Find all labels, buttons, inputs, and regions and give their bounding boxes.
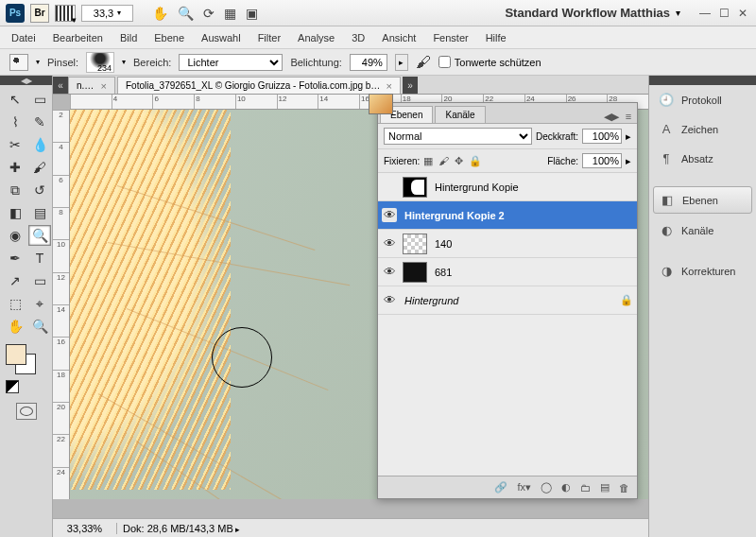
foreground-swatch[interactable] bbox=[6, 344, 26, 365]
color-swatches[interactable] bbox=[0, 340, 52, 397]
tonwerte-checkbox[interactable] bbox=[438, 56, 451, 68]
minibridge-icon[interactable] bbox=[55, 5, 76, 22]
panel-collapse-icon[interactable]: ◀▶ bbox=[603, 111, 620, 123]
eyedropper-tool[interactable]: 💧 bbox=[28, 134, 51, 155]
zoom-tool-icon[interactable]: 🔍 bbox=[178, 6, 194, 21]
bereich-select[interactable]: Lichter bbox=[179, 54, 283, 71]
menu-hilfe[interactable]: Hilfe bbox=[486, 32, 507, 43]
type-tool[interactable]: T bbox=[28, 248, 51, 268]
lasso-tool[interactable]: ⌇ bbox=[4, 112, 26, 132]
tab-kanale[interactable]: Kanäle bbox=[435, 106, 485, 123]
panel-protokoll[interactable]: 🕘Protokoll bbox=[649, 85, 756, 114]
panel-menu-icon[interactable]: ≡ bbox=[620, 111, 637, 123]
menu-filter[interactable]: Filter bbox=[258, 32, 281, 43]
close-button[interactable]: ✕ bbox=[735, 7, 750, 20]
layer-name[interactable]: Hintergrund Kopie bbox=[433, 182, 633, 193]
chevron-right-icon[interactable]: ▸ bbox=[626, 130, 631, 143]
airbrush-icon[interactable]: 🖌 bbox=[416, 54, 431, 71]
layer-thumb[interactable] bbox=[403, 262, 427, 283]
healing-tool[interactable]: ✚ bbox=[4, 157, 26, 178]
eraser-tool[interactable]: ◧ bbox=[4, 202, 26, 223]
tool-preset-chevron-icon[interactable]: ▾ bbox=[36, 58, 40, 66]
visibility-icon[interactable]: 👁 bbox=[382, 208, 397, 222]
opacity-input[interactable]: 100% bbox=[582, 129, 622, 144]
arrange-docs-icon[interactable]: ▦ bbox=[224, 6, 236, 21]
belichtung-input[interactable] bbox=[350, 54, 387, 71]
chevron-down-icon[interactable]: ▾ bbox=[676, 8, 680, 18]
dock-collapse-handle[interactable] bbox=[649, 76, 756, 85]
bridge-icon[interactable]: Br bbox=[30, 4, 49, 23]
brush-chevron-icon[interactable]: ▾ bbox=[122, 58, 126, 66]
close-tab-icon[interactable]: × bbox=[101, 80, 107, 92]
lock-pixels-icon[interactable]: 🖌 bbox=[438, 155, 449, 167]
blur-tool[interactable]: ◉ bbox=[4, 225, 26, 246]
menu-auswahl[interactable]: Auswahl bbox=[201, 32, 241, 43]
chevron-right-icon[interactable]: ▸ bbox=[235, 525, 240, 534]
menu-datei[interactable]: Datei bbox=[11, 32, 36, 43]
rotate-view-icon[interactable]: ⟳ bbox=[203, 6, 215, 21]
layer-name[interactable]: 140 bbox=[433, 238, 633, 250]
menu-analyse[interactable]: Analyse bbox=[298, 32, 335, 43]
stamp-tool[interactable]: ⧉ bbox=[4, 180, 26, 200]
minimize-button[interactable]: — bbox=[697, 7, 713, 20]
visibility-icon[interactable]: 👁 bbox=[382, 293, 397, 307]
visibility-icon[interactable]: 👁 bbox=[382, 236, 397, 251]
layer-row[interactable]: 👁 681 bbox=[378, 258, 637, 286]
brush-tool[interactable]: 🖌 bbox=[28, 157, 51, 178]
lock-position-icon[interactable]: ✥ bbox=[455, 155, 463, 167]
layer-row[interactable]: 👁 Hintergrund Kopie 2 bbox=[378, 201, 637, 230]
chevron-right-icon[interactable]: ▸ bbox=[626, 155, 631, 167]
dodge-tool[interactable]: 🔍 bbox=[28, 225, 51, 246]
tabs-scroll-left[interactable]: « bbox=[53, 77, 68, 94]
close-tab-icon[interactable]: × bbox=[387, 80, 392, 92]
quickmask-toggle[interactable] bbox=[16, 403, 37, 420]
panel-kanale[interactable]: ◐Kanäle bbox=[649, 216, 756, 245]
tools-collapse-handle[interactable]: ◀▶ bbox=[0, 76, 52, 85]
panel-absatz[interactable]: ¶Absatz bbox=[649, 144, 756, 173]
gradient-tool[interactable]: ▤ bbox=[28, 202, 51, 223]
workspace-label[interactable]: Standard Workflow Matthias bbox=[505, 6, 670, 20]
screen-mode-icon[interactable]: ▣ bbox=[246, 6, 258, 21]
layer-mask-thumb[interactable] bbox=[403, 177, 427, 198]
group-icon[interactable]: 🗀 bbox=[580, 482, 591, 494]
maximize-button[interactable]: ☐ bbox=[716, 7, 731, 20]
lock-transparency-icon[interactable]: ▦ bbox=[423, 155, 433, 167]
menu-bild[interactable]: Bild bbox=[120, 32, 137, 43]
layer-row[interactable]: Hintergrund Kopie bbox=[378, 173, 637, 201]
visibility-icon[interactable]: 👁 bbox=[382, 265, 397, 279]
brush-preview[interactable]: 234 bbox=[86, 52, 114, 73]
path-tool[interactable]: ↗ bbox=[4, 270, 26, 291]
current-tool-icon[interactable] bbox=[9, 54, 28, 71]
document-tab[interactable]: n.jpg× bbox=[68, 77, 115, 94]
document-tab[interactable]: Fotolia_3792651_XL © Giorgio Gruizza - F… bbox=[117, 77, 401, 94]
quickselect-tool[interactable]: ✎ bbox=[28, 112, 51, 132]
history-brush-tool[interactable]: ↺ bbox=[28, 180, 51, 200]
layer-name[interactable]: Hintergrund Kopie 2 bbox=[403, 210, 633, 221]
layer-thumb[interactable] bbox=[403, 234, 427, 254]
new-layer-icon[interactable]: ▤ bbox=[600, 481, 610, 494]
tabs-scroll-right[interactable]: » bbox=[403, 77, 418, 94]
panel-ebenen[interactable]: ◧Ebenen bbox=[653, 186, 752, 214]
menu-fenster[interactable]: Fenster bbox=[433, 32, 468, 43]
layer-name[interactable]: Hintergrund bbox=[403, 295, 614, 306]
hand-tool-icon[interactable]: ✋ bbox=[152, 6, 168, 21]
panel-korrekturen[interactable]: ◑Korrekturen bbox=[649, 256, 756, 286]
blend-mode-select[interactable]: Normal bbox=[384, 128, 532, 145]
status-zoom[interactable]: 33,33% bbox=[53, 523, 117, 534]
panel-zeichen[interactable]: AZeichen bbox=[649, 114, 756, 144]
menu-3d[interactable]: 3D bbox=[352, 32, 365, 43]
delete-layer-icon[interactable]: 🗑 bbox=[619, 482, 629, 494]
marquee-tool[interactable]: ▭ bbox=[28, 89, 51, 110]
3d-camera-tool[interactable]: ⌖ bbox=[28, 293, 51, 314]
fill-input[interactable]: 100% bbox=[582, 153, 622, 168]
default-colors-icon[interactable] bbox=[6, 380, 19, 393]
link-layers-icon[interactable]: 🔗 bbox=[494, 481, 507, 494]
pen-tool[interactable]: ✒ bbox=[4, 248, 26, 268]
layer-row[interactable]: 👁 140 bbox=[378, 230, 637, 258]
menu-ebene[interactable]: Ebene bbox=[154, 32, 184, 43]
layer-fx-icon[interactable]: fx▾ bbox=[517, 481, 531, 494]
adjustment-layer-icon[interactable]: ◐ bbox=[561, 481, 571, 494]
3d-tool[interactable]: ⬚ bbox=[4, 293, 26, 314]
layer-row[interactable]: 👁 Hintergrund 🔒 bbox=[378, 286, 637, 315]
menu-bearbeiten[interactable]: Bearbeiten bbox=[53, 32, 103, 43]
